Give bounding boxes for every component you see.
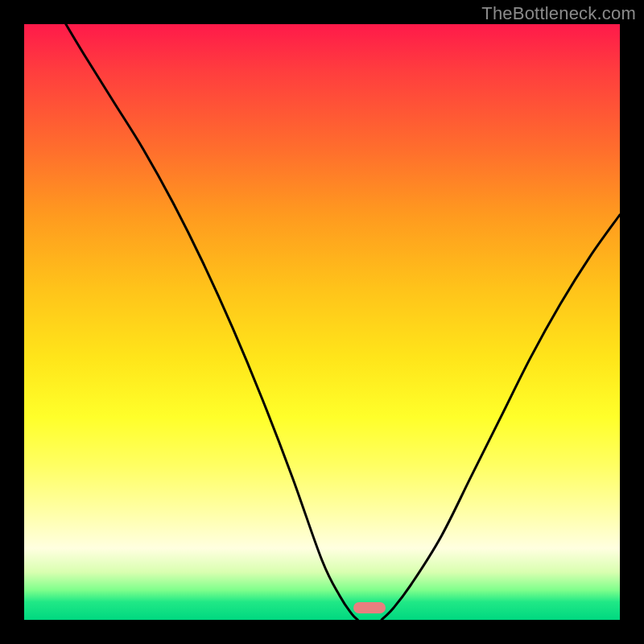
curve-left-branch <box>66 24 358 620</box>
curve-right-branch <box>382 215 620 620</box>
watermark-text: TheBottleneck.com <box>481 3 636 24</box>
plot-area <box>24 24 620 620</box>
bottleneck-curve <box>24 24 620 620</box>
optimal-marker <box>353 602 386 613</box>
chart-frame: TheBottleneck.com <box>0 0 644 644</box>
